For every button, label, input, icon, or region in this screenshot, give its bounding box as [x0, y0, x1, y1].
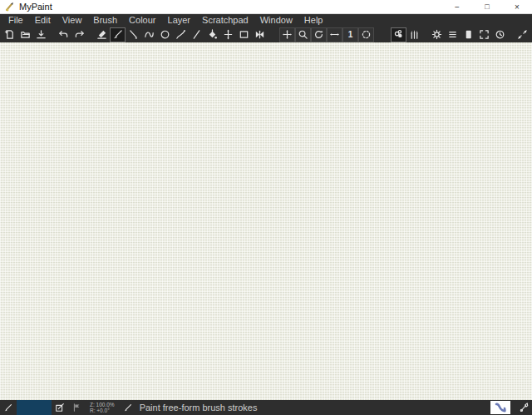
connected-lines-button[interactable] [141, 27, 157, 42]
redo-button[interactable] [71, 27, 87, 42]
maximize-button[interactable]: □ [472, 0, 502, 14]
menu-help[interactable]: Help [298, 14, 329, 27]
menubar: File Edit View Brush Colour Layer Scratc… [0, 14, 532, 27]
mirror-view-button[interactable] [327, 27, 342, 42]
expand-toolbar-button[interactable] [515, 27, 530, 42]
layers-panel-icon [463, 29, 474, 40]
lines-and-curves-button[interactable] [126, 27, 141, 42]
history-panel-button[interactable] [492, 27, 508, 42]
expand-arrows-icon [517, 29, 528, 40]
mirror-view-icon [329, 29, 340, 40]
pan-view-button[interactable] [279, 27, 295, 42]
menu-view[interactable]: View [57, 14, 88, 27]
open-file-button[interactable] [17, 27, 33, 42]
freehand-brush-button[interactable] [110, 27, 126, 42]
zoom-readout: Z: 100.0% [90, 402, 115, 408]
connected-lines-icon [144, 29, 155, 40]
pan-view-icon [282, 29, 293, 40]
layers-panel-button[interactable] [461, 27, 476, 42]
edit-pencil-icon [55, 403, 65, 413]
eraser-button[interactable] [94, 27, 110, 42]
inking-icon [175, 29, 186, 40]
view-readout: Z: 100.0% R: +0.0° [85, 402, 120, 413]
zoom-view-icon [298, 29, 308, 40]
fullscreen-corners-icon [479, 29, 490, 40]
brush-chooser-icon [409, 29, 420, 40]
zoom-view-button[interactable] [295, 27, 311, 42]
tool-options-button[interactable] [429, 27, 445, 42]
colour-chooser-icon [393, 29, 404, 40]
reset-zoom-button[interactable]: 1 [342, 27, 358, 42]
status-message: Paint free-form brush strokes [136, 403, 258, 413]
undo-button[interactable] [56, 27, 71, 42]
undo-icon [58, 29, 69, 40]
flood-fill-button[interactable] [204, 27, 220, 42]
brush-chooser-button[interactable] [406, 27, 422, 42]
brush-preview[interactable] [490, 401, 510, 414]
open-file-icon [20, 29, 31, 40]
reset-zoom-icon: 1 [348, 31, 353, 39]
rotate-view-button[interactable] [311, 27, 327, 42]
flag-icon [71, 403, 81, 413]
lines-and-curves-icon [128, 29, 139, 40]
edit-frame-icon [239, 29, 249, 40]
rotation-readout: R: +0.0° [90, 408, 115, 413]
eraser-icon [96, 29, 107, 40]
flood-fill-icon [207, 29, 218, 40]
brush-stroke-preview-icon [492, 402, 509, 413]
current-tool-indicator [0, 403, 17, 413]
active-tool-icon-wrap [120, 403, 136, 413]
brush-settings-button[interactable] [445, 27, 461, 42]
menu-brush[interactable]: Brush [87, 14, 123, 27]
freehand-brush-icon [3, 403, 13, 413]
symmetry-button[interactable] [252, 27, 268, 42]
move-layer-icon [223, 29, 234, 40]
symmetry-butterfly-icon [254, 29, 265, 40]
save-file-button[interactable] [33, 27, 49, 42]
colour-chooser-button[interactable] [391, 27, 406, 42]
ellipses-and-circles-button[interactable] [157, 27, 173, 42]
statusbar: Z: 100.0% R: +0.0° Paint free-form brush… [0, 400, 532, 415]
toolbar: 1 [0, 27, 532, 42]
window-title: MyPaint [19, 2, 442, 12]
colour-brush-icon [519, 403, 529, 413]
brush-group-indicator[interactable] [515, 403, 532, 413]
menu-colour[interactable]: Colour [123, 14, 161, 27]
fullscreen-button[interactable] [476, 27, 492, 42]
freehand-brush-icon [112, 29, 123, 40]
gear-icon [431, 29, 442, 40]
menu-layer[interactable]: Layer [162, 14, 197, 27]
move-layer-button[interactable] [220, 27, 236, 42]
rotate-view-icon [313, 29, 324, 40]
menu-lines-icon [447, 29, 458, 40]
menu-edit[interactable]: Edit [29, 14, 57, 27]
freehand-brush-icon [123, 403, 133, 413]
menu-window[interactable]: Window [254, 14, 298, 27]
close-button[interactable]: × [502, 0, 532, 14]
menu-scratchpad[interactable]: Scratchpad [196, 14, 254, 27]
canvas[interactable] [0, 42, 532, 400]
edit-frame-button[interactable] [236, 27, 252, 42]
frame-indicator[interactable] [68, 403, 85, 413]
ellipses-and-circles-icon [160, 29, 170, 40]
new-file-button[interactable] [2, 27, 17, 42]
new-file-icon [4, 29, 15, 40]
fit-view-button[interactable] [358, 27, 374, 42]
pencil-line-icon [191, 29, 202, 40]
menu-file[interactable]: File [2, 14, 29, 27]
mypaint-logo-icon [5, 2, 15, 12]
inking-button[interactable] [173, 27, 189, 42]
redo-icon [74, 29, 85, 40]
minimize-button[interactable]: − [442, 0, 472, 14]
save-file-icon [36, 29, 47, 40]
current-colour-swatch[interactable] [17, 400, 52, 415]
fit-view-icon [361, 29, 372, 40]
clock-icon [495, 29, 505, 40]
titlebar: MyPaint − □ × [0, 0, 532, 14]
pencil-line-button[interactable] [189, 27, 204, 42]
brush-modified-indicator[interactable] [52, 403, 68, 413]
